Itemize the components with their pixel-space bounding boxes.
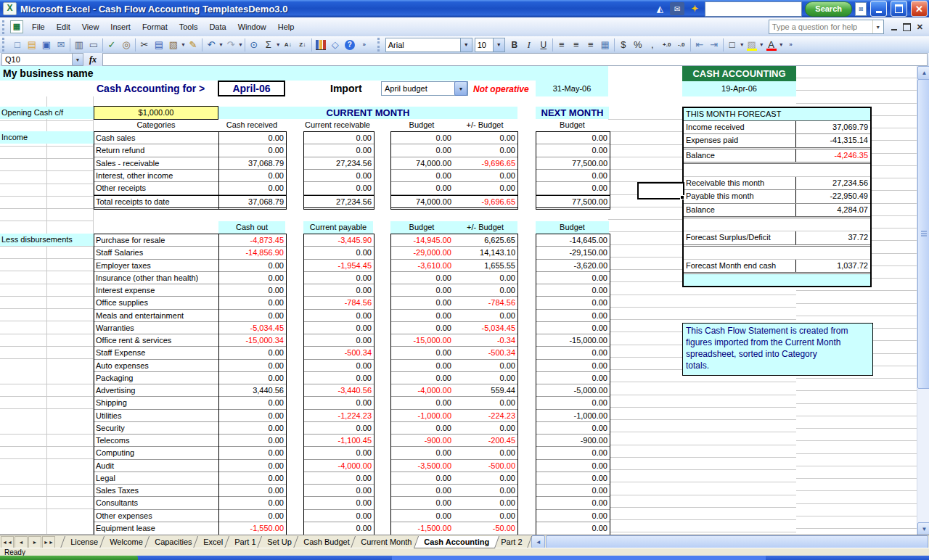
value-cell[interactable]: 559.44: [452, 384, 517, 397]
vs-budget-header[interactable]: +/- Budget: [452, 120, 517, 129]
font-name-combo[interactable]: Arial ▼: [385, 38, 472, 52]
value-cell[interactable]: 37,068.79: [219, 195, 286, 207]
value-cell[interactable]: 0.00: [536, 447, 610, 459]
category-cell[interactable]: Sales Taxes: [94, 485, 219, 497]
value-cell[interactable]: 0.00: [304, 132, 374, 144]
value-cell[interactable]: 0.00: [536, 510, 610, 522]
value-cell[interactable]: -15,000.00: [536, 334, 610, 347]
currency-icon[interactable]: $: [616, 38, 631, 52]
category-cell[interactable]: Computing: [94, 447, 219, 459]
value-cell[interactable]: 0.00: [452, 447, 517, 459]
value-cell[interactable]: -14,645.00: [536, 234, 610, 247]
value-cell[interactable]: 0.00: [219, 510, 286, 522]
value-cell[interactable]: -14,856.90: [219, 247, 286, 259]
value-cell[interactable]: -500.00: [452, 460, 517, 472]
value-cell[interactable]: 0.00: [304, 497, 374, 509]
chevron-down-icon[interactable]: ▼: [276, 42, 281, 47]
menu-window[interactable]: Window: [232, 19, 272, 35]
print-icon[interactable]: ▥: [72, 38, 86, 52]
value-cell[interactable]: 0.00: [391, 182, 454, 194]
selected-cell[interactable]: [637, 182, 684, 199]
value-cell[interactable]: 0.00: [304, 284, 374, 297]
category-cell[interactable]: Sales - receivable: [94, 157, 219, 170]
app-logo-icon[interactable]: ◭: [652, 2, 667, 15]
value-cell[interactable]: 0.00: [536, 144, 610, 157]
value-cell[interactable]: -200.45: [452, 435, 517, 447]
value-cell[interactable]: 0.00: [452, 144, 517, 157]
chevron-down-icon[interactable]: ▼: [759, 42, 764, 47]
forecast-label[interactable]: Balance: [684, 149, 795, 162]
value-cell[interactable]: 0.00: [391, 472, 454, 485]
value-cell[interactable]: 0.00: [219, 182, 286, 194]
disbursements-section-label[interactable]: Less disbursements: [0, 234, 94, 246]
value-cell[interactable]: -15,000.00: [391, 334, 454, 347]
category-cell[interactable]: Packaging: [94, 372, 219, 384]
chevron-down-icon[interactable]: ▼: [181, 42, 186, 47]
align-right-icon[interactable]: ≡: [584, 38, 598, 52]
value-cell[interactable]: -5,000.00: [536, 384, 610, 397]
menu-edit[interactable]: Edit: [51, 19, 76, 35]
value-cell[interactable]: 0.00: [219, 347, 286, 359]
value-cell[interactable]: 0.00: [391, 284, 454, 297]
category-cell[interactable]: Office supplies: [94, 297, 219, 309]
workbook-close-icon[interactable]: ✕: [917, 22, 923, 32]
value-cell[interactable]: -29,000.00: [391, 247, 454, 259]
cash-received-header[interactable]: Cash received: [218, 120, 285, 129]
value-cell[interactable]: 6,625.65: [452, 234, 517, 247]
value-cell[interactable]: 0.00: [391, 447, 454, 459]
chart-wizard-icon[interactable]: [314, 38, 328, 52]
forecast-value[interactable]: 37.72: [795, 231, 870, 244]
value-cell[interactable]: 0.00: [304, 360, 374, 372]
value-cell[interactable]: 0.00: [452, 132, 517, 144]
value-cell[interactable]: 0.00: [304, 334, 374, 347]
category-cell[interactable]: Staff Expense: [94, 347, 219, 359]
category-cell[interactable]: Total receipts to date: [94, 195, 219, 207]
value-cell[interactable]: -50.00: [452, 522, 517, 535]
value-cell[interactable]: -1,500.00: [391, 522, 454, 535]
first-sheet-icon[interactable]: ◄◄: [1, 536, 14, 548]
value-cell[interactable]: 0.00: [391, 144, 454, 157]
value-cell[interactable]: 0.00: [304, 170, 374, 182]
value-cell[interactable]: 0.00: [536, 297, 610, 309]
format-painter-icon[interactable]: ✎: [186, 38, 200, 52]
import-label[interactable]: Import: [330, 83, 362, 94]
redo-icon[interactable]: ↷: [224, 38, 238, 52]
forecast-label[interactable]: Payable this month: [684, 190, 795, 202]
category-cell[interactable]: Warranties: [94, 322, 219, 334]
value-cell[interactable]: 0.00: [391, 397, 454, 409]
value-cell[interactable]: 0.00: [536, 397, 610, 409]
category-cell[interactable]: Security: [94, 422, 219, 435]
value-cell[interactable]: 0.00: [391, 360, 454, 372]
value-cell[interactable]: 0.00: [304, 372, 374, 384]
value-cell[interactable]: 0.00: [536, 170, 610, 182]
value-cell[interactable]: 0.00: [304, 272, 374, 284]
value-cell[interactable]: -3,500.00: [391, 460, 454, 472]
chevron-down-icon[interactable]: ▼: [218, 42, 224, 47]
paste-icon[interactable]: ▧: [166, 38, 181, 52]
category-cell[interactable]: Cash sales: [94, 132, 219, 144]
value-cell[interactable]: 0.00: [304, 397, 374, 409]
forecast-value[interactable]: 1,037.72: [795, 260, 870, 272]
copy-icon[interactable]: ▤: [152, 38, 166, 52]
value-cell[interactable]: 0.00: [304, 472, 374, 485]
forecast-value[interactable]: 4,284.07: [795, 204, 870, 216]
previous-sheet-icon[interactable]: ◄: [15, 536, 28, 548]
value-cell[interactable]: 0.00: [391, 485, 454, 497]
taskbar-window-button[interactable]: [392, 556, 766, 560]
value-cell[interactable]: -3,620.00: [536, 260, 610, 272]
fill-handle[interactable]: [680, 195, 684, 199]
value-cell[interactable]: -14,945.00: [391, 234, 454, 247]
formula-input[interactable]: [102, 53, 928, 66]
forecast-footer-cell[interactable]: [684, 274, 870, 286]
value-cell[interactable]: 0.00: [452, 310, 517, 322]
current-receivable-header[interactable]: Current receivable: [287, 120, 388, 129]
category-cell[interactable]: Advertising: [94, 384, 219, 397]
value-cell[interactable]: -4,873.45: [219, 234, 286, 247]
drawing-icon[interactable]: ◇: [328, 38, 343, 52]
value-cell[interactable]: 0.00: [304, 447, 374, 459]
value-cell[interactable]: 0.00: [219, 485, 286, 497]
value-cell[interactable]: -29,150.00: [536, 247, 610, 259]
mail-icon[interactable]: ✉: [670, 2, 684, 15]
disb-budget-header[interactable]: Budget: [390, 221, 453, 234]
italic-icon[interactable]: I: [522, 38, 536, 52]
